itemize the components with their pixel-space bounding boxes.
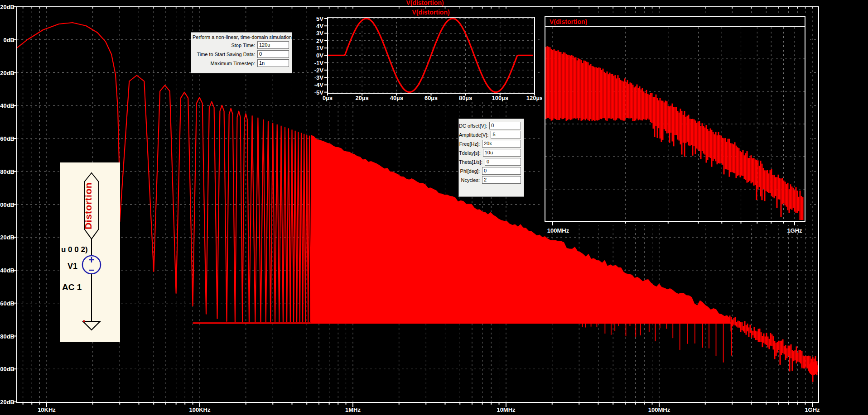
- sine-param-field[interactable]: 0: [482, 167, 521, 175]
- main-x-label: 10MHz: [497, 406, 516, 413]
- time-inset-background: [314, 9, 538, 102]
- sine-param-field[interactable]: 5: [491, 131, 521, 138]
- ltspice-waveform-window: 20dB0dB-20dB-40dB-60dB-80dB-100dB-120dB-…: [0, 0, 868, 415]
- spice-params-clipped-text: u 0 0 2): [61, 245, 88, 254]
- main-y-label: -40dB: [0, 102, 14, 109]
- main-y-label: 0dB: [3, 37, 14, 43]
- main-y-label: 20dB: [0, 4, 14, 10]
- max-timestep-label: Maximum Timestep:: [211, 61, 255, 66]
- sine-source-dialog: DC offset[V]:0Amplitude[V]:5Freq[Hz]:20k…: [458, 119, 524, 197]
- main-y-axis-labels[interactable]: 20dB0dB-20dB-40dB-60dB-80dB-100dB-120dB-…: [0, 4, 14, 405]
- sine-param-field[interactable]: 0: [485, 158, 521, 166]
- main-y-label: -220dB: [0, 399, 14, 405]
- sine-param-row-2: Freq[Hz]:20k: [459, 140, 521, 148]
- sine-param-field[interactable]: 2: [482, 176, 521, 184]
- freq-inset-pane[interactable]: V(distortion) 100MHz 1GHz: [542, 14, 810, 234]
- time-x-label: 80µs: [459, 95, 472, 101]
- time-y-label: 5V: [316, 15, 323, 22]
- time-x-label: 100µs: [492, 95, 508, 101]
- sine-param-row-0: DC offset[V]:0: [459, 122, 521, 129]
- sine-param-label: Tdelay[s]:: [459, 150, 481, 156]
- freq-inset-label-100mhz: 100MHz: [547, 227, 569, 234]
- time-y-label: -4V: [314, 81, 324, 88]
- time-inset-pane[interactable]: 0µs20µs40µs60µs80µs100µs120µs5V4V3V2V1V0…: [314, 9, 543, 102]
- start-saving-row: Time to Start Saving Data: 0: [191, 50, 289, 58]
- schematic-panel[interactable]: Distortion u 0 0 2) V1 AC 1: [60, 162, 120, 342]
- time-x-label: 0µs: [323, 95, 333, 101]
- tran-simulation-dialog: Perform a non-linear, time-domain simula…: [191, 32, 292, 73]
- tran-dialog-title: Perform a non-linear, time-domain simula…: [193, 34, 290, 40]
- main-x-axis-labels[interactable]: 10KHz100KHz1MHz10MHz100MHz1GHz: [38, 406, 820, 413]
- time-y-label: -5V: [314, 89, 324, 96]
- time-y-label: 2V: [316, 38, 323, 44]
- main-x-label: 10KHz: [38, 406, 56, 413]
- main-y-label: -20dB: [0, 70, 14, 76]
- waveform-plot-canvas[interactable]: 20dB0dB-20dB-40dB-60dB-80dB-100dB-120dB-…: [0, 0, 868, 415]
- sine-param-label: Ncycles:: [461, 177, 480, 183]
- sine-param-row-3: Tdelay[s]:10u: [459, 149, 521, 157]
- max-timestep-row: Maximum Timestep: 1n: [191, 59, 289, 67]
- freq-inset-title[interactable]: V(distortion): [550, 18, 587, 25]
- main-y-label: -120dB: [0, 234, 14, 241]
- max-timestep-field[interactable]: 1n: [257, 59, 289, 67]
- time-x-label: 20µs: [356, 95, 369, 101]
- start-saving-label: Time to Start Saving Data:: [197, 52, 255, 57]
- main-y-label: -60dB: [0, 135, 14, 142]
- time-y-label: 0V: [316, 52, 323, 59]
- sine-param-field[interactable]: 0: [489, 122, 521, 129]
- time-y-label: 3V: [316, 30, 323, 37]
- time-x-label: 40µs: [390, 95, 403, 101]
- sine-param-row-1: Amplitude[V]:5: [459, 131, 521, 138]
- sine-param-row-6: Ncycles:2: [459, 176, 521, 184]
- main-x-label: 100KHz: [189, 406, 211, 413]
- main-x-label: 1MHz: [345, 406, 361, 413]
- freq-inset-label-1ghz: 1GHz: [787, 227, 802, 234]
- sine-param-field[interactable]: 10u: [483, 149, 521, 157]
- main-plot-title[interactable]: V(distortion): [406, 0, 444, 6]
- stop-time-label: Stop Time:: [231, 43, 255, 48]
- main-y-label: -180dB: [0, 333, 14, 340]
- main-x-label: 100MHz: [648, 406, 670, 413]
- sine-param-row-4: Theta[1/s]:0: [459, 158, 521, 166]
- sine-param-label: Amplitude[V]:: [459, 132, 488, 138]
- sine-param-label: Theta[1/s]:: [459, 159, 482, 165]
- time-y-label: 1V: [316, 45, 323, 52]
- stop-time-row: Stop Time: 120u: [191, 41, 289, 49]
- time-x-label: 120µs: [526, 95, 543, 101]
- main-y-label: -200dB: [0, 366, 14, 372]
- time-y-label: -3V: [314, 74, 324, 81]
- sine-param-field[interactable]: 20k: [482, 140, 521, 148]
- main-x-label: 1GHz: [805, 406, 820, 413]
- sine-param-label: DC offset[V]:: [459, 123, 487, 129]
- time-y-label: 4V: [316, 23, 323, 29]
- junction-dot: [83, 320, 85, 322]
- time-y-label: -2V: [314, 67, 324, 74]
- main-y-label: -140dB: [0, 267, 14, 274]
- net-label-distortion[interactable]: Distortion: [83, 182, 93, 229]
- ac-directive[interactable]: AC 1: [62, 282, 82, 292]
- stop-time-field[interactable]: 120u: [257, 41, 289, 49]
- time-y-label: -1V: [314, 60, 324, 67]
- main-y-label: -160dB: [0, 300, 14, 307]
- main-y-label: -80dB: [0, 168, 14, 175]
- sine-param-row-5: Phi[deg]:0: [459, 167, 521, 175]
- main-y-label: -100dB: [0, 201, 14, 208]
- time-inset-title[interactable]: V(distortion): [412, 9, 449, 16]
- sine-param-label: Phi[deg]:: [460, 168, 480, 174]
- time-x-label: 60µs: [424, 95, 438, 101]
- sine-param-label: Freq[Hz]:: [459, 141, 480, 147]
- designator-v1[interactable]: V1: [68, 262, 77, 271]
- start-saving-field[interactable]: 0: [257, 50, 289, 58]
